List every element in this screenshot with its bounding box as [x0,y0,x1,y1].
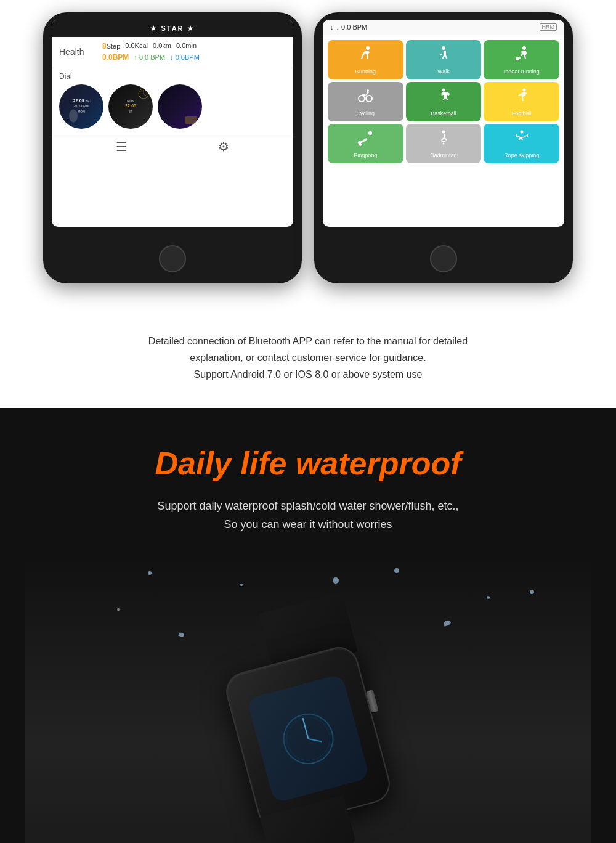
svg-point-12 [366,96,372,102]
football-label: Football [512,110,532,116]
health-label: Health [59,47,102,57]
svg-point-19 [442,131,445,134]
phones-section: ★ STAR ★ Health 8Step 0.0Kcal 0.0km 0.0m… [0,0,616,308]
badminton-label: Badminton [430,152,456,158]
step-label: Step [107,43,121,50]
svg-rect-10 [516,59,519,60]
settings-icon[interactable]: ⚙ [218,139,229,154]
star-text: ★ STAR ★ [150,25,194,33]
running-icon [357,45,374,66]
min-value: 0.0min [176,42,197,51]
step-num: 8Step [102,42,120,51]
basketball-icon [435,87,452,108]
right-phone-screen: ↓ ↓ 0.0 BPM HRM [323,20,564,227]
info-line2: explanation, or contact customer service… [190,352,426,363]
kcal-value: 0.0Kcal [125,42,148,51]
indoor-running-label: Indoor running [504,68,540,75]
info-section: Detailed connection of Bluetooth APP can… [0,308,616,408]
watch-illustration [191,596,425,843]
waterproof-subtitle: Support daily waterproof splash/cold wat… [25,497,591,534]
sport-running[interactable]: Running [328,40,403,79]
right-phone-bottom [314,240,573,277]
watch-image-area [25,559,591,843]
svg-rect-5 [185,116,197,124]
watch-screen [246,674,370,803]
left-phone-wrapper: ★ STAR ★ Health 8Step 0.0Kcal 0.0km 0.0m… [43,12,302,283]
left-phone-frame: ★ STAR ★ Health 8Step 0.0Kcal 0.0km 0.0m… [43,12,302,283]
waterproof-line1: Support daily waterproof splash/cold wat… [157,500,458,512]
left-phone-screen: ★ STAR ★ Health 8Step 0.0Kcal 0.0km 0.0m… [52,20,293,227]
walk-label: Walk [437,68,450,75]
left-phone-bottom [43,240,302,277]
svg-line-4 [144,94,146,96]
sport-walk[interactable]: Walk [406,40,482,79]
waterproof-line2: So you can wear it without worries [224,518,392,531]
waterproof-title: Daily life waterproof [25,445,591,482]
left-screen-top-banner: ★ STAR ★ [52,20,293,37]
football-icon [513,87,530,108]
right-phone-wrapper: ↓ ↓ 0.0 BPM HRM [314,12,573,283]
svg-point-6 [366,46,370,50]
dial-circles: 22:09 342017/04/10MON MON22:0534 [59,84,286,129]
svg-point-14 [442,89,445,92]
sports-grid: Running Walk [323,35,564,168]
sport-rope-skipping[interactable]: Rope skipping [484,124,559,163]
sport-cycling[interactable]: Cycling [328,82,403,121]
basketball-label: Basketball [431,110,456,116]
bpm-down: ↓ 0.0BPM [170,54,200,61]
sport-badminton[interactable]: Badminton [406,124,482,163]
bpm-display: ↓ ↓ 0.0 BPM [330,23,367,31]
svg-point-8 [522,46,526,50]
health-stats: 8Step 0.0Kcal 0.0km 0.0min 0.0BPM ↑ 0.0 … [102,42,286,62]
watch-display-graphic [270,701,346,776]
hrm-label: HRM [540,23,557,31]
dial-time-2: MON22:0534 [125,99,136,114]
svg-point-16 [368,131,372,135]
rope-skipping-icon [513,129,530,150]
bpm-value: ↓ 0.0 BPM [336,23,368,31]
badminton-icon [435,129,452,150]
right-phone-frame: ↓ ↓ 0.0 BPM HRM [314,12,573,283]
svg-point-0 [69,109,78,122]
sport-indoor-running[interactable]: Indoor running [484,40,559,79]
left-home-button[interactable] [159,245,186,272]
waterproof-section: Daily life waterproof Support daily wate… [0,408,616,843]
health-row: Health 8Step 0.0Kcal 0.0km 0.0min 0.0BPM… [52,37,293,67]
bpm-main: 0.0BPM [102,53,129,62]
bpm-row: 0.0BPM ↑ 0.0 BPM ↓ 0.0BPM [102,53,286,62]
svg-line-27 [308,735,322,744]
dial-circle-2: MON22:0534 [108,84,153,129]
svg-point-15 [522,89,525,92]
km-value: 0.0km [153,42,171,51]
sport-pingpong[interactable]: Pingpong [328,124,403,163]
rope-skipping-label: Rope skipping [504,152,539,158]
svg-rect-9 [516,57,521,59]
cycling-icon [357,87,374,108]
phone-bottom-icons: ☰ ⚙ [52,134,293,159]
dial-label: Dial [59,72,286,81]
sport-football[interactable]: Football [484,82,559,121]
svg-point-7 [442,46,445,50]
watch-crown [366,690,379,713]
stats-row-1: 8Step 0.0Kcal 0.0km 0.0min [102,42,286,51]
svg-point-21 [520,131,523,134]
walk-icon [435,45,452,66]
dial-circle-3 [158,84,202,129]
message-icon[interactable]: ☰ [116,139,127,154]
arrow-down-icon: ↓ [330,23,334,31]
bpm-up: ↑ 0.0 BPM [134,54,165,61]
pingpong-label: Pingpong [354,152,377,158]
info-line1: Detailed connection of Bluetooth APP can… [148,336,468,346]
svg-point-11 [359,96,365,102]
right-home-button[interactable] [430,245,457,272]
pingpong-icon [357,129,374,150]
right-screen-header: ↓ ↓ 0.0 BPM HRM [323,20,564,35]
indoor-running-icon [513,45,530,66]
svg-point-20 [442,143,444,145]
cycling-label: Cycling [357,110,375,116]
sport-basketball[interactable]: Basketball [406,82,482,121]
dial-section: Dial 22:09 342017/04/10MON [52,67,293,134]
svg-line-26 [302,717,308,738]
info-line3: Support Android 7.0 or IOS 8.0 or above … [194,369,423,380]
dial-circle-1: 22:09 342017/04/10MON [59,84,103,129]
